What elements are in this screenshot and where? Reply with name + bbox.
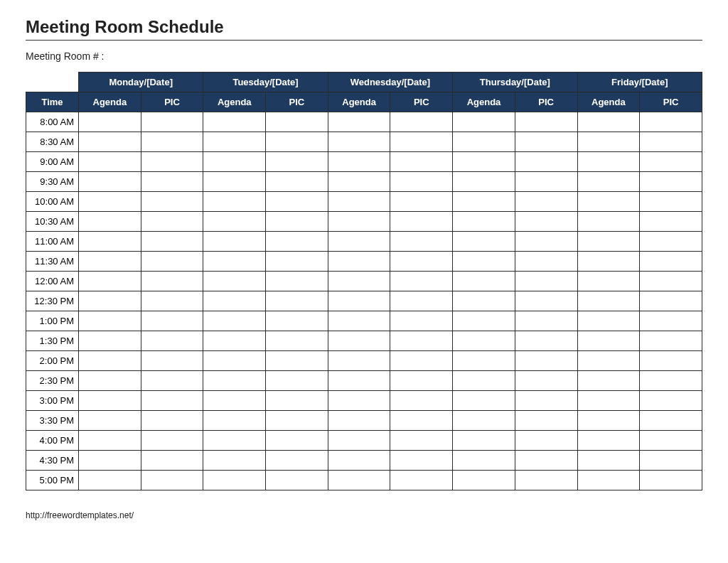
pic-cell: [515, 132, 577, 152]
pic-cell: [390, 132, 453, 152]
agenda-cell: [328, 192, 390, 212]
table-body: 8:00 AM8:30 AM9:00 AM9:30 AM10:00 AM10:3…: [26, 112, 702, 490]
agenda-cell: [577, 152, 640, 172]
table-row: 1:30 PM: [26, 331, 702, 351]
pic-cell: [640, 272, 702, 291]
table-row: 3:30 PM: [26, 411, 702, 431]
table-row: 12:30 PM: [26, 291, 702, 311]
agenda-cell: [203, 331, 266, 351]
pic-cell: [640, 232, 702, 252]
pic-cell: [266, 172, 328, 192]
table-row: 8:30 AM: [26, 132, 702, 152]
pic-cell: [515, 152, 577, 172]
table-row: 8:00 AM: [26, 112, 702, 132]
agenda-cell: [453, 212, 515, 232]
title-divider: [26, 40, 702, 41]
pic-cell: [390, 411, 453, 431]
agenda-cell: [328, 311, 390, 331]
agenda-cell: [203, 351, 266, 371]
agenda-cell: [328, 431, 390, 451]
pic-cell: [390, 152, 453, 172]
pic-cell: [390, 351, 453, 371]
pic-cell: [390, 212, 453, 232]
agenda-cell: [203, 411, 266, 431]
table-row: 1:00 PM: [26, 311, 702, 331]
agenda-cell: [577, 172, 640, 192]
pic-cell: [640, 291, 702, 311]
pic-cell: [640, 411, 702, 431]
time-cell: 5:00 PM: [26, 471, 79, 490]
agenda-cell: [203, 451, 266, 471]
pic-cell: [141, 212, 203, 232]
agenda-cell: [79, 391, 141, 411]
pic-cell: [390, 371, 453, 391]
agenda-cell: [79, 331, 141, 351]
agenda-cell: [79, 172, 141, 192]
pic-cell: [141, 272, 203, 291]
agenda-cell: [328, 112, 390, 132]
subheader-pic: PIC: [640, 92, 702, 112]
time-cell: 8:30 AM: [26, 132, 79, 152]
pic-cell: [515, 192, 577, 212]
agenda-cell: [328, 212, 390, 232]
agenda-cell: [203, 391, 266, 411]
pic-cell: [640, 212, 702, 232]
table-header: Monday/[Date] Tuesday/[Date] Wednesday/[…: [26, 73, 702, 112]
pic-cell: [266, 311, 328, 331]
pic-cell: [266, 411, 328, 431]
agenda-cell: [79, 371, 141, 391]
table-row: 12:00 AM: [26, 272, 702, 291]
agenda-cell: [577, 471, 640, 490]
page-title: Meeting Room Schedule: [26, 17, 702, 37]
pic-cell: [515, 252, 577, 272]
agenda-cell: [453, 112, 515, 132]
agenda-cell: [328, 471, 390, 490]
agenda-cell: [79, 152, 141, 172]
time-cell: 12:30 PM: [26, 291, 79, 311]
pic-cell: [141, 252, 203, 272]
time-cell: 10:00 AM: [26, 192, 79, 212]
pic-cell: [515, 391, 577, 411]
agenda-cell: [79, 471, 141, 490]
pic-cell: [515, 272, 577, 291]
pic-cell: [141, 351, 203, 371]
agenda-cell: [453, 391, 515, 411]
agenda-cell: [577, 232, 640, 252]
pic-cell: [515, 172, 577, 192]
pic-cell: [390, 431, 453, 451]
agenda-cell: [79, 212, 141, 232]
footer-url: http://freewordtemplates.net/: [26, 510, 702, 520]
table-row: 11:00 AM: [26, 232, 702, 252]
header-blank-corner: [26, 73, 79, 92]
pic-cell: [266, 471, 328, 490]
pic-cell: [266, 112, 328, 132]
agenda-cell: [203, 212, 266, 232]
agenda-cell: [577, 272, 640, 291]
pic-cell: [515, 351, 577, 371]
subheader-pic: PIC: [141, 92, 203, 112]
pic-cell: [141, 471, 203, 490]
pic-cell: [266, 291, 328, 311]
document-page: Meeting Room Schedule Meeting Room # : M…: [0, 0, 728, 527]
agenda-cell: [577, 431, 640, 451]
time-cell: 1:00 PM: [26, 311, 79, 331]
agenda-cell: [79, 411, 141, 431]
agenda-cell: [328, 371, 390, 391]
pic-cell: [515, 311, 577, 331]
agenda-cell: [577, 291, 640, 311]
pic-cell: [640, 351, 702, 371]
pic-cell: [515, 112, 577, 132]
pic-cell: [266, 212, 328, 232]
agenda-cell: [328, 132, 390, 152]
subheader-agenda: Agenda: [203, 92, 266, 112]
pic-cell: [515, 331, 577, 351]
agenda-cell: [79, 431, 141, 451]
pic-cell: [141, 152, 203, 172]
agenda-cell: [79, 291, 141, 311]
agenda-cell: [577, 351, 640, 371]
time-cell: 2:00 PM: [26, 351, 79, 371]
day-header-monday: Monday/[Date]: [79, 73, 203, 92]
agenda-cell: [577, 451, 640, 471]
time-cell: 8:00 AM: [26, 112, 79, 132]
pic-cell: [515, 371, 577, 391]
